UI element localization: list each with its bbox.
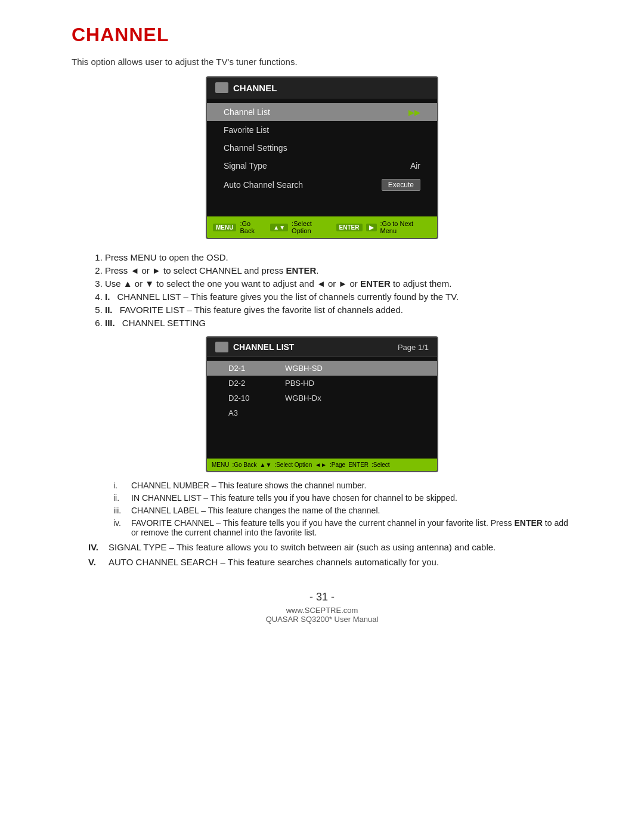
menu-key-text: :Go Back [240,220,267,234]
osd-channel-body: Channel List ▶▶ Favorite List Channel Se… [207,98,437,216]
channel-row-d210: D2-10 WGBH-Dx [207,391,437,405]
osd-channel-header: CHANNEL [207,78,437,98]
osd-menu-channel-settings: Channel Settings [207,139,437,157]
osd-channel-list-page: Page 1/1 [398,343,429,352]
roman-item-V-text: AUTO CHANNEL SEARCH – This feature searc… [109,557,439,567]
page-title: CHANNEL [72,24,572,46]
tv-icon [215,82,228,93]
alpha-item-iii: iii. CHANNEL LABEL – This feature change… [113,506,572,515]
channel-row-d21: D2-1 WGBH-SD [207,361,437,376]
roman-item-II-text: FAVORITE LIST – This feature gives the f… [120,305,403,315]
channel-row-d22: D2-2 PBS-HD [207,376,437,391]
osd-menu-auto-channel-search-label: Auto Channel Search [224,180,303,190]
page-number: - 31 - [72,591,572,603]
alpha-item-iii-text: CHANNEL LABEL – This feature changes the… [131,506,380,515]
osd-menu-auto-channel-search: Auto Channel Search Execute [207,175,437,195]
roman-item-III: III. CHANNEL SETTING [105,318,572,328]
osd-menu-channel-settings-label: Channel Settings [224,143,287,153]
osd-menu-channel-list-arrow: ▶▶ [408,108,420,117]
osd-channel-footer: MENU :Go Back ▲▼ :Select Option ENTER ▶ … [207,216,437,238]
cl-lr-key-text: :Page [330,462,345,468]
intro-text: This option allows user to adjust the TV… [72,57,572,67]
updown-key-text: :Select Option [292,220,333,234]
alpha-item-iv: iv. FAVORITE CHANNEL – This feature tell… [113,518,572,537]
channel-row-a3: A3 [207,405,437,420]
roman-item-IV: IV. SIGNAL TYPE – This feature allows yo… [88,542,572,552]
osd-channel-list-title: CHANNEL LIST [233,342,294,352]
cl-updown-key-text: :Select Option [274,462,312,468]
osd-channel-screen: CHANNEL Channel List ▶▶ Favorite List Ch… [206,76,438,239]
osd-menu-signal-type-value: Air [410,161,420,171]
channel-list-body: D2-1 WGBH-SD D2-2 PBS-HD D2-10 WGBH-Dx A… [207,357,437,459]
cl-menu-key-badge: MENU [212,462,229,468]
cl-updown-key-badge: ▲▼ [260,462,272,468]
channel-num-d210: D2-10 [228,394,261,402]
osd-channel-list-header: CHANNEL LIST Page 1/1 [207,337,437,357]
channel-name-d22: PBS-HD [285,379,314,388]
osd-menu-favorite-list-label: Favorite List [224,125,269,135]
channel-name-d21: WGBH-SD [285,364,323,373]
step-1: Press MENU to open the OSD. [105,252,572,262]
cl-enter-key-badge: ENTER [348,462,369,468]
enter-key-badge: ENTER [336,224,363,231]
step-2: Press ◄ or ► to select CHANNEL and press… [105,265,572,275]
osd-channel-list-screen: CHANNEL LIST Page 1/1 D2-1 WGBH-SD D2-2 … [206,336,438,472]
osd-menu-signal-type: Signal Type Air [207,157,437,175]
alpha-item-ii: ii. IN CHANNEL LIST – This feature tells… [113,493,572,503]
tv-icon-2 [215,342,228,352]
website-text: www.SCEPTRE.com [72,606,572,615]
osd-menu-channel-list-label: Channel List [224,107,270,117]
osd-channel-list-header-left: CHANNEL LIST [215,342,294,352]
alpha-item-ii-text: IN CHANNEL LIST – This feature tells you… [131,493,457,503]
roman-item-IV-text: SIGNAL TYPE – This feature allows you to… [109,542,496,552]
roman-item-II: II. FAVORITE LIST – This feature gives t… [105,305,572,315]
alpha-item-iv-text: FAVORITE CHANNEL – This feature tells yo… [131,518,572,537]
manual-text: QUASAR SQ3200* User Manual [72,615,572,624]
cl-enter-key-text: :Select [371,462,390,468]
right-key-text: :Go to Next Menu [380,220,431,234]
osd-channel-list-footer: MENU :Go Back ▲▼ :Select Option ◄► :Page… [207,459,437,471]
osd-channel-title: CHANNEL [233,83,277,93]
steps-list: Press MENU to open the OSD. Press ◄ or ►… [88,252,572,328]
roman-items-iv-v: IV. SIGNAL TYPE – This feature allows yo… [88,542,572,567]
channel-num-a3: A3 [228,408,261,417]
roman-item-I: I. CHANNEL LIST – This feature gives you… [105,292,572,302]
alpha-list: i. CHANNEL NUMBER – This feature shows t… [113,481,572,537]
roman-item-V: V. AUTO CHANNEL SEARCH – This feature se… [88,557,572,567]
cl-menu-key-text: :Go Back [232,462,256,468]
updown-key-badge: ▲▼ [270,224,288,231]
cl-lr-key-badge: ◄► [315,462,327,468]
right-key-badge: ▶ [366,224,377,231]
roman-item-I-text: CHANNEL LIST – This feature gives you th… [117,292,459,302]
alpha-item-i: i. CHANNEL NUMBER – This feature shows t… [113,481,572,490]
step-3: Use ▲ or ▼ to select the one you want to… [105,278,572,289]
roman-item-III-text: CHANNEL SETTING [122,318,206,328]
osd-menu-channel-list: Channel List ▶▶ [207,103,437,121]
channel-name-d210: WGBH-Dx [285,394,321,402]
page-footer: - 31 - www.SCEPTRE.com QUASAR SQ3200* Us… [72,591,572,624]
osd-menu-favorite-list: Favorite List [207,121,437,139]
osd-menu-signal-type-label: Signal Type [224,161,267,171]
osd-menu-auto-channel-execute-btn: Execute [382,179,420,191]
menu-key-badge: MENU [213,224,236,231]
channel-num-d22: D2-2 [228,379,261,388]
alpha-item-i-text: CHANNEL NUMBER – This feature shows the … [131,481,367,490]
channel-num-d21: D2-1 [228,364,261,373]
